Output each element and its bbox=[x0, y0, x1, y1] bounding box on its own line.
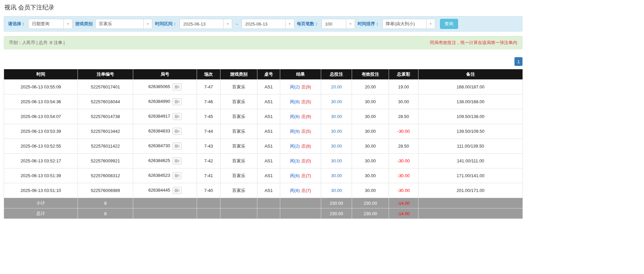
header-valid-bet: 有效投注 bbox=[352, 69, 389, 80]
page-1-button[interactable]: 1 bbox=[514, 57, 523, 66]
cell-valid-bet: 30.00 bbox=[352, 139, 389, 154]
video-replay-button[interactable] bbox=[172, 157, 182, 164]
cell-round: 626384990 bbox=[133, 94, 197, 109]
cell-total-bet[interactable]: 30.00 bbox=[321, 94, 352, 109]
page-size-select[interactable]: 100 ▼ bbox=[321, 19, 355, 29]
cell-time: 2025-06-13 03:55:09 bbox=[4, 80, 78, 94]
cell-round: 626384730 bbox=[133, 139, 197, 154]
cell-game: 百家乐 bbox=[220, 124, 257, 139]
cell-valid-bet: 20.00 bbox=[352, 80, 389, 94]
cell-round: 626384833 bbox=[133, 124, 197, 139]
cell-table-no: AS1 bbox=[257, 154, 280, 168]
summary-currency-total: 币别：人民币 | 总共 :8 注单 | bbox=[9, 40, 65, 46]
table-row: 2025-06-13 03:52:55 522576011422 6263847… bbox=[4, 139, 523, 154]
page-title: 视讯 会员下注纪录 bbox=[4, 3, 523, 11]
cell-result: 闲(3)庄(0) bbox=[280, 154, 321, 168]
video-camera-icon bbox=[175, 100, 180, 104]
grand-total-row: 总计 8 230.00 230.00 -14.00 bbox=[4, 208, 523, 219]
page-size-value: 100 bbox=[322, 19, 346, 29]
footer-count: 8 bbox=[78, 198, 133, 208]
page-size-label: 每页笔数： bbox=[297, 21, 319, 27]
header-time: 时间 bbox=[4, 69, 78, 80]
time-sort-select[interactable]: 降幂(由大到小) ▼ bbox=[382, 19, 435, 29]
video-replay-button[interactable] bbox=[172, 143, 182, 150]
round-number: 626384990 bbox=[148, 99, 170, 104]
video-replay-button[interactable] bbox=[172, 83, 182, 90]
cell-valid-bet: 30.00 bbox=[352, 154, 389, 168]
cell-payout: -30.00 bbox=[389, 154, 418, 168]
cell-result: 闲(2)庄(8) bbox=[280, 139, 321, 154]
time-sort-label: 时间排序： bbox=[358, 21, 380, 27]
result-banker: 庄(7) bbox=[301, 188, 311, 193]
cell-result: 闲(6)庄(9) bbox=[280, 109, 321, 124]
footer-valid-bet: 230.00 bbox=[352, 198, 389, 208]
cell-total-bet[interactable]: 30.00 bbox=[321, 124, 352, 139]
result-banker: 庄(5) bbox=[301, 129, 311, 134]
footer-total-bet: 230.00 bbox=[321, 198, 352, 208]
video-camera-icon bbox=[175, 129, 180, 133]
cell-total-bet[interactable]: 20.00 bbox=[321, 80, 352, 94]
cell-table-no: AS1 bbox=[257, 168, 280, 183]
video-replay-button[interactable] bbox=[172, 113, 182, 120]
query-type-select[interactable]: 日期查询 ▼ bbox=[28, 19, 72, 29]
footer-label: 总计 bbox=[4, 208, 78, 219]
chevron-down-icon: ▼ bbox=[346, 19, 355, 29]
cell-time: 2025-06-13 03:53:39 bbox=[4, 124, 78, 139]
cell-bet-id: 522576013442 bbox=[78, 124, 133, 139]
cell-session: 7-47 bbox=[197, 80, 220, 94]
video-camera-icon bbox=[175, 115, 180, 118]
footer-spacer-cell bbox=[133, 198, 197, 208]
query-type-value: 日期查询 bbox=[29, 19, 63, 29]
video-replay-button[interactable] bbox=[172, 98, 182, 105]
result-player: 闲(2) bbox=[290, 84, 300, 89]
date-from-select[interactable]: 2025-06-13 ▼ bbox=[180, 19, 232, 29]
footer-count: 8 bbox=[78, 208, 133, 219]
video-camera-icon bbox=[175, 144, 180, 148]
result-player: 闲(6) bbox=[290, 173, 300, 178]
cell-table-no: AS1 bbox=[257, 94, 280, 109]
footer-label: 小计 bbox=[4, 198, 78, 208]
cell-total-bet[interactable]: 30.00 bbox=[321, 109, 352, 124]
video-replay-button[interactable] bbox=[172, 187, 182, 194]
footer-spacer-cell bbox=[280, 208, 321, 219]
cell-payout: -30.00 bbox=[389, 168, 418, 183]
round-number: 626384917 bbox=[148, 114, 170, 119]
footer-spacer-cell bbox=[197, 198, 220, 208]
cell-result: 闲(9)庄(5) bbox=[280, 124, 321, 139]
video-replay-button[interactable] bbox=[172, 172, 182, 179]
summary-bar: 币别：人民币 | 总共 :8 注单 | 同局有效投注，统一计算在该局第一张注单内 bbox=[4, 36, 523, 49]
header-result: 结果 bbox=[280, 69, 321, 80]
cell-payout: 30.00 bbox=[389, 94, 418, 109]
cell-total-bet[interactable]: 30.00 bbox=[321, 183, 352, 198]
cell-game: 百家乐 bbox=[220, 80, 257, 94]
cell-session: 7-43 bbox=[197, 139, 220, 154]
video-camera-icon bbox=[175, 174, 180, 178]
cell-session: 7-40 bbox=[197, 183, 220, 198]
footer-spacer-cell bbox=[197, 208, 220, 219]
cell-time: 2025-06-13 03:54:07 bbox=[4, 109, 78, 124]
search-button[interactable]: 查询 bbox=[440, 19, 458, 29]
cell-bet-id: 522576011422 bbox=[78, 139, 133, 154]
cell-time: 2025-06-13 03:52:55 bbox=[4, 139, 78, 154]
video-replay-button[interactable] bbox=[172, 128, 182, 135]
video-camera-icon bbox=[175, 85, 180, 89]
cell-remark: 141.00/111.00 bbox=[418, 154, 523, 168]
cell-total-bet[interactable]: 30.00 bbox=[321, 154, 352, 168]
cell-total-bet[interactable]: 30.00 bbox=[321, 139, 352, 154]
cell-time: 2025-06-13 03:51:39 bbox=[4, 168, 78, 183]
subtotal-row: 小计 8 230.00 230.00 -14.00 bbox=[4, 198, 523, 208]
header-table-no: 桌号 bbox=[257, 69, 280, 80]
cell-valid-bet: 30.00 bbox=[352, 183, 389, 198]
game-type-select[interactable]: 百家乐 ▼ bbox=[95, 19, 152, 29]
cell-total-bet[interactable]: 30.00 bbox=[321, 168, 352, 183]
cell-game: 百家乐 bbox=[220, 154, 257, 168]
result-player: 闲(8) bbox=[290, 99, 300, 104]
footer-payout: -14.00 bbox=[389, 198, 418, 208]
cell-session: 7-46 bbox=[197, 94, 220, 109]
cell-payout: 28.50 bbox=[389, 139, 418, 154]
cell-round: 626384625 bbox=[133, 154, 197, 168]
cell-valid-bet: 30.00 bbox=[352, 94, 389, 109]
round-number: 626384730 bbox=[148, 143, 170, 148]
cell-remark: 201.00/171.00 bbox=[418, 183, 523, 198]
date-to-select[interactable]: 2025-06-13 ▼ bbox=[242, 19, 294, 29]
